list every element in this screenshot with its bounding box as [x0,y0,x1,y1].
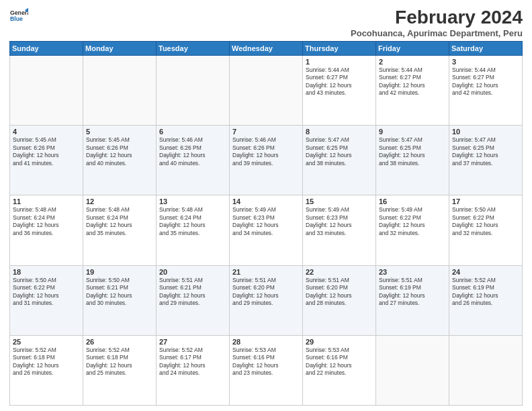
page: General Blue February 2024 Pocohuanca, A… [0,0,532,411]
table-row: 23Sunrise: 5:51 AM Sunset: 6:19 PM Dayli… [376,265,449,335]
calendar-week-3: 11Sunrise: 5:48 AM Sunset: 6:24 PM Dayli… [10,195,523,265]
calendar-table: Sunday Monday Tuesday Wednesday Thursday… [9,41,523,406]
day-info: Sunrise: 5:48 AM Sunset: 6:24 PM Dayligh… [159,206,226,237]
day-number: 12 [86,197,153,205]
col-tuesday: Tuesday [157,42,230,56]
day-number: 25 [13,338,80,346]
table-row: 19Sunrise: 5:50 AM Sunset: 6:21 PM Dayli… [83,265,157,335]
col-thursday: Thursday [303,42,376,56]
day-info: Sunrise: 5:49 AM Sunset: 6:22 PM Dayligh… [379,206,446,237]
table-row: 2Sunrise: 5:44 AM Sunset: 6:27 PM Daylig… [376,56,449,126]
day-number: 10 [452,128,519,136]
day-number: 15 [306,197,373,205]
table-row: 26Sunrise: 5:52 AM Sunset: 6:18 PM Dayli… [83,335,157,405]
day-number: 24 [452,268,519,276]
day-info: Sunrise: 5:52 AM Sunset: 6:18 PM Dayligh… [13,347,80,377]
calendar-title: February 2024 [351,7,523,28]
table-row: 27Sunrise: 5:52 AM Sunset: 6:17 PM Dayli… [157,335,230,405]
logo-icon: General Blue [9,7,28,26]
day-info: Sunrise: 5:50 AM Sunset: 6:22 PM Dayligh… [452,206,519,237]
day-info: Sunrise: 5:44 AM Sunset: 6:27 PM Dayligh… [306,66,373,97]
table-row: 25Sunrise: 5:52 AM Sunset: 6:18 PM Dayli… [10,335,83,405]
svg-text:Blue: Blue [10,15,23,22]
table-row [157,56,230,126]
day-info: Sunrise: 5:45 AM Sunset: 6:26 PM Dayligh… [86,136,153,167]
title-block: February 2024 Pocohuanca, Apurimac Depar… [351,7,523,38]
day-number: 14 [232,197,300,205]
day-number: 8 [306,128,373,136]
calendar-week-4: 18Sunrise: 5:50 AM Sunset: 6:22 PM Dayli… [10,265,523,335]
day-number: 16 [379,197,446,205]
table-row: 21Sunrise: 5:51 AM Sunset: 6:20 PM Dayli… [230,265,303,335]
day-number: 11 [13,197,80,205]
col-sunday: Sunday [10,42,83,56]
table-row [449,335,523,405]
calendar-week-5: 25Sunrise: 5:52 AM Sunset: 6:18 PM Dayli… [10,335,523,405]
day-number: 19 [86,268,153,276]
day-number: 2 [379,58,446,66]
table-row: 28Sunrise: 5:53 AM Sunset: 6:16 PM Dayli… [230,335,303,405]
table-row: 16Sunrise: 5:49 AM Sunset: 6:22 PM Dayli… [376,195,449,265]
day-info: Sunrise: 5:51 AM Sunset: 6:20 PM Dayligh… [306,277,373,308]
day-info: Sunrise: 5:47 AM Sunset: 6:25 PM Dayligh… [379,136,446,167]
day-info: Sunrise: 5:53 AM Sunset: 6:16 PM Dayligh… [306,347,373,377]
logo: General Blue [9,7,28,26]
col-friday: Friday [376,42,449,56]
day-number: 29 [306,338,373,346]
day-number: 9 [379,128,446,136]
header-row: Sunday Monday Tuesday Wednesday Thursday… [10,42,523,56]
day-info: Sunrise: 5:44 AM Sunset: 6:27 PM Dayligh… [452,66,519,97]
day-info: Sunrise: 5:51 AM Sunset: 6:21 PM Dayligh… [159,277,226,308]
day-info: Sunrise: 5:46 AM Sunset: 6:26 PM Dayligh… [232,136,300,167]
day-info: Sunrise: 5:44 AM Sunset: 6:27 PM Dayligh… [379,66,446,97]
table-row: 17Sunrise: 5:50 AM Sunset: 6:22 PM Dayli… [449,195,523,265]
day-number: 21 [232,268,300,276]
day-info: Sunrise: 5:48 AM Sunset: 6:24 PM Dayligh… [86,206,153,237]
table-row: 5Sunrise: 5:45 AM Sunset: 6:26 PM Daylig… [83,126,157,195]
table-row: 1Sunrise: 5:44 AM Sunset: 6:27 PM Daylig… [303,56,376,126]
day-number: 7 [232,128,300,136]
day-info: Sunrise: 5:52 AM Sunset: 6:18 PM Dayligh… [86,347,153,377]
table-row: 15Sunrise: 5:49 AM Sunset: 6:23 PM Dayli… [303,195,376,265]
day-number: 28 [232,338,300,346]
table-row: 8Sunrise: 5:47 AM Sunset: 6:25 PM Daylig… [303,126,376,195]
day-number: 26 [86,338,153,346]
table-row [230,56,303,126]
day-info: Sunrise: 5:53 AM Sunset: 6:16 PM Dayligh… [232,347,300,377]
calendar-subtitle: Pocohuanca, Apurimac Department, Peru [351,28,523,38]
day-info: Sunrise: 5:50 AM Sunset: 6:22 PM Dayligh… [13,277,80,308]
day-number: 17 [452,197,519,205]
table-row [83,56,157,126]
day-info: Sunrise: 5:50 AM Sunset: 6:21 PM Dayligh… [86,277,153,308]
calendar-week-2: 4Sunrise: 5:45 AM Sunset: 6:26 PM Daylig… [10,126,523,195]
table-row: 11Sunrise: 5:48 AM Sunset: 6:24 PM Dayli… [10,195,83,265]
day-info: Sunrise: 5:51 AM Sunset: 6:19 PM Dayligh… [379,277,446,308]
day-number: 4 [13,128,80,136]
day-info: Sunrise: 5:47 AM Sunset: 6:25 PM Dayligh… [306,136,373,167]
table-row: 18Sunrise: 5:50 AM Sunset: 6:22 PM Dayli… [10,265,83,335]
day-info: Sunrise: 5:51 AM Sunset: 6:20 PM Dayligh… [232,277,300,308]
table-row: 6Sunrise: 5:46 AM Sunset: 6:26 PM Daylig… [157,126,230,195]
day-info: Sunrise: 5:52 AM Sunset: 6:17 PM Dayligh… [159,347,226,377]
table-row: 14Sunrise: 5:49 AM Sunset: 6:23 PM Dayli… [230,195,303,265]
table-row: 24Sunrise: 5:52 AM Sunset: 6:19 PM Dayli… [449,265,523,335]
col-saturday: Saturday [449,42,523,56]
table-row: 20Sunrise: 5:51 AM Sunset: 6:21 PM Dayli… [157,265,230,335]
day-info: Sunrise: 5:52 AM Sunset: 6:19 PM Dayligh… [452,277,519,308]
table-row: 29Sunrise: 5:53 AM Sunset: 6:16 PM Dayli… [303,335,376,405]
col-wednesday: Wednesday [230,42,303,56]
table-row: 10Sunrise: 5:47 AM Sunset: 6:25 PM Dayli… [449,126,523,195]
table-row: 13Sunrise: 5:48 AM Sunset: 6:24 PM Dayli… [157,195,230,265]
day-number: 20 [159,268,226,276]
day-number: 3 [452,58,519,66]
day-info: Sunrise: 5:48 AM Sunset: 6:24 PM Dayligh… [13,206,80,237]
table-row: 4Sunrise: 5:45 AM Sunset: 6:26 PM Daylig… [10,126,83,195]
table-row: 3Sunrise: 5:44 AM Sunset: 6:27 PM Daylig… [449,56,523,126]
day-number: 1 [306,58,373,66]
col-monday: Monday [83,42,157,56]
day-number: 18 [13,268,80,276]
table-row [10,56,83,126]
day-number: 5 [86,128,153,136]
day-number: 22 [306,268,373,276]
header: General Blue February 2024 Pocohuanca, A… [9,7,523,38]
